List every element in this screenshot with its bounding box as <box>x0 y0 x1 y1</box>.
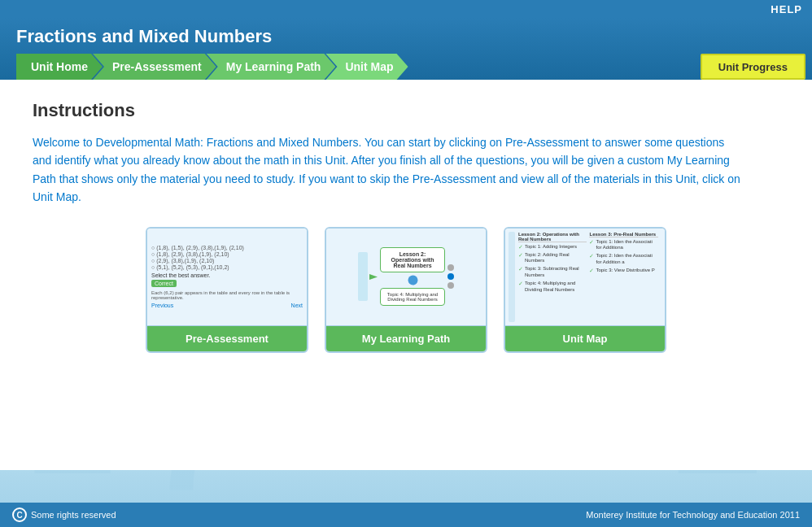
check-icon-6: ✓ <box>589 253 594 259</box>
um-item-6: ✓ Topic 2: Iden the Associati for Additi… <box>589 253 657 266</box>
um-item-3: ✓ Topic 3: Subtracting Real Numbers <box>518 266 587 279</box>
navigation: Unit Home Pre-Assessment My Learning Pat… <box>16 54 796 80</box>
unit-map-label: Unit Map <box>505 326 665 351</box>
unit-title: Fractions and Mixed Numbers <box>16 26 796 54</box>
um-lesson2-col: Lesson 2: Operations with Real Numbers ✓… <box>518 232 587 295</box>
my-learning-path-label: My Learning Path <box>326 326 486 351</box>
select-text: Select the best answer. <box>151 272 303 278</box>
um-lesson2-title: Lesson 2: Operations with Real Numbers <box>518 232 587 242</box>
um-item-7: ✓ Topic 3: View Distributive P <box>589 268 657 274</box>
um-topic-4: Topic 4: Multiplying and Dividing Real N… <box>525 281 587 294</box>
um-item-1: ✓ Topic 1: Adding Integers <box>518 244 587 250</box>
um-sidebar <box>509 232 515 322</box>
svg-marker-0 <box>369 274 378 280</box>
check-icon-3: ✓ <box>518 266 523 272</box>
unit-map-preview: Lesson 2: Operations with Real Numbers ✓… <box>505 229 665 325</box>
lp-dot-2 <box>447 273 454 280</box>
main-content: Instructions Welcome to Developmental Ma… <box>0 80 812 470</box>
help-button[interactable]: HELP <box>771 3 802 15</box>
check-icon-2: ✓ <box>518 252 523 259</box>
learning-path-preview: Lesson 2: Operations with Real Numbers T… <box>354 229 458 325</box>
my-learning-path-card[interactable]: Lesson 2: Operations with Real Numbers T… <box>325 227 487 353</box>
lp-dot-3 <box>447 282 454 289</box>
um-lesson3-title: Lesson 3: Pre-Real Numbers <box>589 232 657 237</box>
description-text: Each (6,2) pair appears in the table and… <box>151 290 303 300</box>
cc-icon: C <box>12 507 27 522</box>
lp-dots <box>447 264 454 289</box>
check-icon-4: ✓ <box>518 281 523 287</box>
pre-assessment-card[interactable]: ○ (1,8), (1,5), (2,9), (3,8),(1,9), (2,1… <box>146 227 308 353</box>
topic-box: Topic 4: Multiplying and Dividing Real N… <box>380 288 445 306</box>
lesson-box: Lesson 2: Operations with Real Numbers <box>380 247 445 272</box>
copyright-text: Monterey Institute for Technology and Ed… <box>586 510 800 520</box>
tab-pre-assessment[interactable]: Pre-Assessment <box>93 54 216 80</box>
um-columns: Lesson 2: Operations with Real Numbers ✓… <box>518 232 661 322</box>
tab-unit-home[interactable]: Unit Home <box>16 54 103 80</box>
header: Fractions and Mixed Numbers Unit Home Pr… <box>0 18 812 80</box>
footer-cc: C Some rights reserved <box>12 507 116 522</box>
um-topic-6: Topic 2: Iden the Associati for Addition… <box>596 253 657 266</box>
instructions-title: Instructions <box>33 100 779 121</box>
prev-link[interactable]: Previous <box>151 303 173 308</box>
um-topic-5: Topic 1: Iden the Associati for Addition… <box>596 239 657 252</box>
nav-spacer <box>399 54 684 80</box>
lp-dot-1 <box>447 264 454 271</box>
pre-assess-navigation: Previous Next <box>151 303 303 308</box>
um-lesson3-col: Lesson 3: Pre-Real Numbers ✓ Topic 1: Id… <box>589 232 657 295</box>
unit-map-image: Lesson 2: Operations with Real Numbers ✓… <box>505 229 665 326</box>
um-topic-7: Topic 3: View Distributive P <box>596 268 654 274</box>
um-item-2: ✓ Topic 2: Adding Real Numbers <box>518 252 587 265</box>
um-item-4: ✓ Topic 4: Multiplying and Dividing Real… <box>518 281 587 294</box>
um-item-5: ✓ Topic 1: Iden the Associati for Additi… <box>589 239 657 252</box>
lp-down-arrow <box>407 274 419 286</box>
check-icon-5: ✓ <box>589 239 594 246</box>
pre-assessment-preview: ○ (1,8), (1,5), (2,9), (3,8),(1,9), (2,1… <box>147 241 307 312</box>
my-learning-path-image: Lesson 2: Operations with Real Numbers T… <box>326 229 486 326</box>
lp-side-bar <box>358 252 368 301</box>
tab-unit-map[interactable]: Unit Map <box>325 54 408 80</box>
tab-unit-progress[interactable]: Unit Progress <box>701 54 805 80</box>
instructions-text: Welcome to Developmental Math: Fractions… <box>33 133 740 207</box>
rights-text: Some rights reserved <box>31 510 116 520</box>
help-bar: HELP <box>0 0 812 18</box>
correct-badge: Correct <box>151 280 177 287</box>
um-topic-3: Topic 3: Subtracting Real Numbers <box>525 266 587 279</box>
lp-arrow-icon <box>368 271 380 283</box>
svg-point-1 <box>408 276 417 285</box>
unit-map-card[interactable]: Lesson 2: Operations with Real Numbers ✓… <box>504 227 666 353</box>
footer: C Some rights reserved Monterey Institut… <box>0 503 812 527</box>
um-topic-2: Topic 2: Adding Real Numbers <box>525 252 587 265</box>
pre-assessment-label: Pre-Assessment <box>147 326 307 351</box>
feature-cards: ○ (1,8), (1,5), (2,9), (3,8),(1,9), (2,1… <box>33 227 779 353</box>
um-topic-1: Topic 1: Adding Integers <box>525 244 577 250</box>
check-icon-1: ✓ <box>518 244 523 250</box>
pre-assessment-image: ○ (1,8), (1,5), (2,9), (3,8),(1,9), (2,1… <box>147 229 307 326</box>
check-icon-7: ✓ <box>589 268 594 274</box>
next-link[interactable]: Next <box>291 303 303 308</box>
tab-my-learning-path[interactable]: My Learning Path <box>207 54 336 80</box>
